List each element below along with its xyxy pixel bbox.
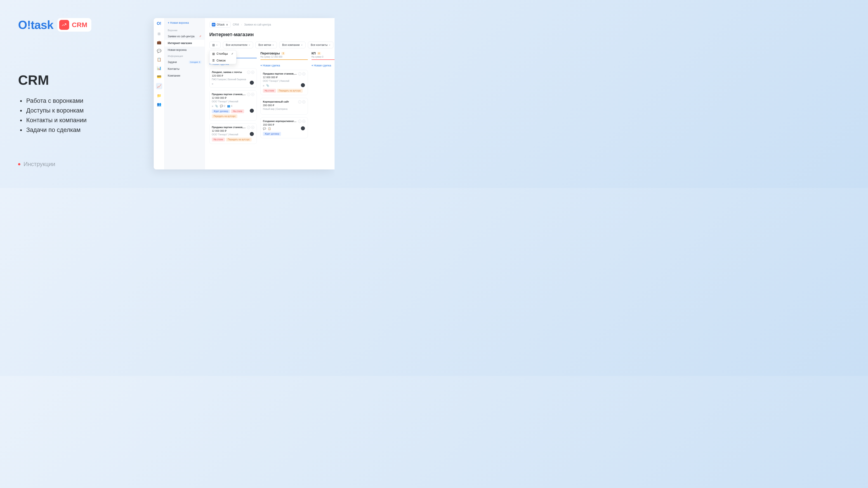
approve-icon[interactable]: ✓ [247,93,250,96]
new-funnel-button[interactable]: Новая воронка [164,21,205,28]
tag[interactable]: Ждет договор [263,132,281,136]
deal-card[interactable]: ✓✕ Корпоративный сайт 200 000 ₽ Новый ми… [260,98,308,115]
sidebar-item-tasks[interactable]: ЗадачиСегодня: 3 [164,59,205,66]
kanban-columns: Новая сделка ✓✕ Лендинг, заявка с почты … [209,52,335,147]
avatar[interactable] [249,80,254,85]
approve-icon[interactable]: ✓ [298,120,301,123]
briefcase-icon[interactable]: 💼 [157,40,161,44]
close-icon[interactable]: ✕ [251,93,254,96]
card-title: Создание корпоративного... [263,120,297,123]
column-subtitle: На сумму 12 350 000 [260,56,308,58]
view-dropdown: ▥Столбцы✓ ☰Список [209,50,237,64]
filter-companies[interactable]: Все компании∨ [279,41,306,48]
tag[interactable]: Ждет договор [212,109,230,113]
chevron-down-icon: ∨ [272,44,274,46]
close-icon[interactable]: ✕ [251,126,254,129]
card-title: Лендинг, заявка с почты [212,71,246,73]
app-window: O! ⊞ 💼 💬 📋 📊 💳 📈 📁 👥 Новая воронка Ворон… [154,18,335,169]
users-icon[interactable]: 👥 [157,102,161,106]
page-title: Интернет-магазин [209,32,335,37]
approve-icon[interactable]: ✓ [298,100,301,103]
notes-icon[interactable]: 📋 [157,57,161,62]
filter-contacts[interactable]: Все контакты∨ [308,41,333,48]
card-price: 12 000 000 ₽ [212,96,254,99]
close-icon[interactable]: ✕ [302,72,305,75]
sidebar-item-contacts[interactable]: Контакты [164,66,205,72]
view-toggle[interactable]: ▥∧ [209,41,221,48]
new-deal-button[interactable]: Новая сделка [260,61,308,70]
workspace-selector[interactable]: O! O!task ∨ [209,22,230,28]
tag[interactable]: Передать на аутсорс [226,138,252,141]
sidebar-item-companies[interactable]: Компании [164,72,205,79]
card-price: 12 000 000 ₽ [212,129,254,132]
columns-icon: ▥ [212,43,215,46]
breadcrumb-item[interactable]: CRM [233,23,239,26]
wallet-icon[interactable]: 💳 [157,74,161,79]
columns-icon: ▥ [212,52,215,55]
card-meta-icon: 📎 [266,84,269,87]
view-option-list[interactable]: ☰Список [210,57,236,64]
card-meta: Новый мир | Екатерина [263,108,305,110]
footer-label: Инструкции [18,161,55,168]
crm-badge: CRM [57,18,91,32]
deal-card[interactable]: ✓✕ Создание корпоративного... 150 000 ₽ … [260,117,308,138]
card-title: Продажа партии станков, 1... [212,126,246,129]
folder-icon[interactable]: 📁 [157,93,161,98]
filter-labels[interactable]: Все метки∨ [255,41,277,48]
deal-card[interactable]: ✓✕ Продажа партии станков, 1... 12 000 0… [260,70,308,95]
deal-card[interactable]: ✓✕ Продажа партии станков, 1... 12 000 0… [209,123,257,144]
column-count-badge: 0 [317,52,321,55]
card-meta: ПАО Газпром | Евгений Зырянов [212,78,254,80]
card-price: 12 000 000 ₽ [263,76,305,79]
approve-icon[interactable]: ✓ [247,71,250,74]
sidebar-item-calls[interactable]: Заявки из call-центра [164,33,205,40]
avatar[interactable] [301,83,305,88]
chevron-down-icon: ∨ [329,44,331,46]
sidebar-item-new-funnel[interactable]: Новая воронка [164,46,205,53]
chart-icon [59,20,69,30]
dashboard-icon[interactable]: ⊞ [157,31,161,36]
list-icon: ☰ [212,59,215,62]
card-title: Продажа партии станков, 1... [212,93,246,96]
tag[interactable]: На стопе [212,138,225,141]
chevron-down-icon: ∨ [301,44,303,46]
column-count-badge: 3 [281,52,285,55]
sidebar-item-shop[interactable]: Интернет-магазин [164,40,205,46]
card-meta-icon: ≡ [212,83,213,85]
new-deal-button[interactable]: Новая сделка [311,61,335,70]
workspace-icon: O! [212,23,215,26]
kanban-column: Новая сделка ✓✕ Лендинг, заявка с почты … [209,52,257,147]
avatar[interactable] [249,108,254,113]
card-price: 120 000 ₽ [212,74,254,77]
card-meta-icon: ≡ [212,105,213,107]
crm-nav-icon[interactable]: 📈 [156,83,162,89]
view-option-columns[interactable]: ▥Столбцы✓ [210,51,236,57]
card-title: Продажа партии станков, 1... [263,72,297,75]
card-meta-icon: 💬 [263,127,266,130]
filters-row: ▥∧ Все исполнители∨ Все метки∨ Все компа… [209,41,335,48]
tag[interactable]: Передать на аутсорс [212,114,237,118]
breadcrumb-item[interactable]: Заявки из call-центра [244,23,271,26]
filter-assignees[interactable]: Все исполнители∨ [223,41,253,48]
mini-logo[interactable]: O! [157,21,161,26]
close-icon[interactable]: ✕ [302,120,305,123]
stats-icon[interactable]: 📊 [157,66,161,70]
card-meta-icon: 💬 2 [220,105,225,107]
sidebar-section-label: Воронки [164,28,205,33]
sidebar: Новая воронка Воронки Заявки из call-цен… [164,18,205,169]
tag[interactable]: На стопе [231,109,244,113]
tag[interactable]: Передать на аутсорс [277,89,303,93]
approve-icon[interactable]: ✓ [247,126,250,129]
card-meta: ООО "Генхауз" | Николай [212,133,254,136]
approve-icon[interactable]: ✓ [298,72,301,75]
deal-card[interactable]: ✓✕ Продажа партии станков, 1... 12 000 0… [209,90,257,121]
close-icon[interactable]: ✕ [251,71,254,74]
close-icon[interactable]: ✕ [302,100,305,103]
card-price: 200 000 ₽ [263,104,305,107]
avatar[interactable] [301,126,305,131]
chat-icon[interactable]: 💬 [157,48,161,53]
tag[interactable]: На стопе [263,89,276,93]
deal-card[interactable]: ✓✕ Лендинг, заявка с почты 120 000 ₽ ПАО… [209,68,257,88]
avatar[interactable] [249,131,254,136]
column-title: Переговоры [260,52,280,55]
